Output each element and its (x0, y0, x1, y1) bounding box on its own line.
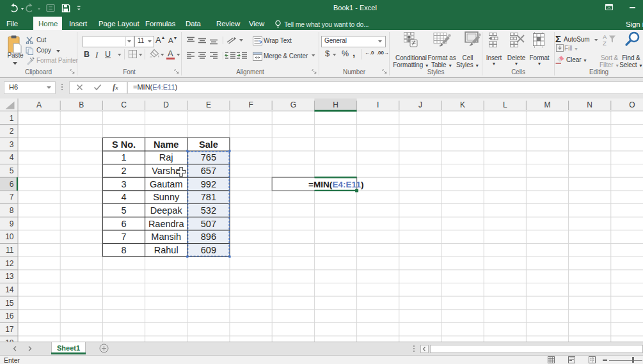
svg-text:1: 1 (10, 114, 14, 123)
svg-text:6: 6 (121, 219, 126, 229)
svg-text:896: 896 (201, 232, 216, 242)
svg-text:I: I (377, 100, 379, 109)
svg-text:Raendra: Raendra (148, 219, 185, 229)
svg-text:F: F (248, 100, 253, 109)
svg-text:16: 16 (5, 312, 14, 320)
svg-text:3: 3 (121, 179, 126, 189)
svg-text:3: 3 (10, 140, 14, 149)
svg-text:13: 13 (5, 272, 14, 281)
svg-text:507: 507 (201, 219, 216, 229)
svg-text:Sunny: Sunny (153, 192, 180, 202)
svg-text:C: C (121, 100, 127, 109)
svg-text:609: 609 (201, 245, 216, 255)
svg-text:11: 11 (6, 246, 14, 255)
svg-text:532: 532 (201, 205, 216, 216)
svg-text:D: D (163, 100, 169, 109)
svg-text:10: 10 (5, 232, 14, 241)
svg-text:765: 765 (201, 152, 216, 162)
svg-text:15: 15 (5, 299, 14, 308)
svg-text:14: 14 (5, 285, 14, 294)
svg-text:Mansih: Mansih (151, 232, 181, 242)
svg-text:8: 8 (10, 206, 14, 215)
svg-text:A: A (36, 100, 42, 109)
svg-text:L: L (503, 100, 507, 109)
svg-text:Z: Z (603, 40, 607, 46)
svg-text:G: G (290, 100, 296, 109)
svg-text:B: B (79, 100, 84, 109)
svg-text:N: N (587, 100, 592, 109)
svg-text:O: O (629, 100, 635, 109)
svg-text:Raj: Raj (159, 152, 173, 162)
svg-text:Name: Name (154, 139, 179, 150)
svg-text:5: 5 (121, 205, 126, 216)
svg-text:1: 1 (121, 152, 126, 162)
svg-text:S No.: S No. (112, 139, 136, 150)
svg-text:17: 17 (5, 325, 14, 334)
svg-text:Deepak: Deepak (150, 205, 183, 216)
svg-text:K: K (460, 100, 465, 109)
svg-text:6: 6 (10, 180, 14, 189)
svg-text:781: 781 (201, 192, 216, 202)
svg-text:5: 5 (10, 166, 14, 175)
svg-text:=MIN(E4:E11): =MIN(E4:E11) (308, 180, 364, 189)
svg-text:H: H (333, 100, 338, 109)
svg-text:657: 657 (201, 166, 216, 176)
svg-text:M: M (544, 100, 551, 109)
svg-text:7: 7 (10, 193, 14, 202)
svg-text:2: 2 (121, 166, 126, 176)
svg-text:Rahul: Rahul (154, 245, 179, 255)
svg-text:8: 8 (121, 245, 126, 255)
svg-text:4: 4 (10, 153, 14, 162)
svg-text:Gautam: Gautam (150, 179, 183, 189)
svg-text:J: J (418, 100, 422, 109)
svg-text:Sale: Sale (199, 139, 218, 150)
svg-text:12: 12 (5, 259, 14, 268)
svg-text:7: 7 (121, 232, 126, 242)
svg-text:2: 2 (10, 127, 14, 136)
svg-text:992: 992 (201, 179, 216, 189)
svg-text:E: E (206, 100, 211, 109)
svg-text:9: 9 (10, 219, 14, 228)
svg-text:4: 4 (121, 192, 126, 202)
